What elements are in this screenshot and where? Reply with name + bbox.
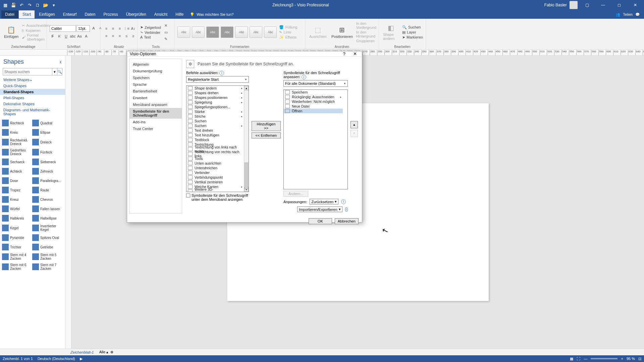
list-item[interactable]: Spiegelungsoptionen... (186, 105, 244, 109)
comments-icon[interactable]: 💬 (635, 12, 640, 17)
ribbon-options-icon[interactable]: ▢ (580, 0, 594, 10)
list-item[interactable]: Weitere 3D-Abschrägungsoption... (186, 189, 244, 192)
qat-commands-list[interactable]: SpeichernRückgängig: Ausschneiden▸Wieder… (283, 89, 348, 189)
shape-styles-gallery[interactable]: Abc Abc Abc Abc Abc Abc Abc (177, 26, 277, 38)
bold-icon[interactable]: F (50, 33, 56, 39)
info-icon[interactable]: i (341, 199, 346, 204)
shape-item[interactable]: Kegel (1, 223, 32, 233)
tab-entwurf[interactable]: Entwurf (59, 10, 80, 18)
save-icon[interactable]: 💾 (10, 2, 17, 8)
list-item[interactable]: Shapes positionieren▸ (186, 95, 244, 100)
style-5[interactable]: Abc (235, 26, 248, 38)
shape-item[interactable]: Kreis (1, 128, 32, 137)
ok-button[interactable]: OK (309, 218, 332, 224)
macro-icon[interactable]: ▶ (80, 357, 83, 361)
sheet-all[interactable]: Alle ▴ (99, 350, 108, 354)
effects-button[interactable]: ✨Effekte (279, 35, 297, 40)
find-button[interactable]: 🔍Suchen (402, 25, 423, 29)
avatar[interactable] (570, 1, 578, 9)
dialog-close-icon[interactable]: ✕ (351, 51, 359, 56)
shapes-cat[interactable]: Dekorative Shapes (0, 101, 65, 107)
layer-button[interactable]: ▤Layer (402, 30, 423, 35)
list-item[interactable]: Shapes drehen▸ (186, 90, 244, 95)
list-item[interactable]: Speichern (284, 90, 343, 95)
position-button[interactable]: ⊞Positionieren (330, 25, 354, 39)
xtool-icon[interactable]: ✕ (163, 22, 169, 28)
shape-item[interactable]: Rechteck (1, 118, 32, 128)
select-button[interactable]: ➤Markieren (402, 35, 423, 40)
shape-item[interactable]: Fallen lassen (32, 204, 62, 214)
indent-inc-icon[interactable]: ≥ (130, 33, 136, 39)
grow-font-icon[interactable]: A (91, 25, 97, 31)
dialog-nav-item[interactable]: Menüband anpassen (129, 101, 182, 108)
line-button[interactable]: ✎Linie (279, 30, 297, 35)
share-button[interactable]: Teilen (623, 12, 633, 16)
dialog-nav-item[interactable]: Speichern (129, 74, 182, 81)
underline-icon[interactable]: U (63, 33, 69, 39)
dialog-nav-item[interactable]: Add-Ins (129, 119, 182, 125)
list-item[interactable]: Text drehen (186, 128, 244, 133)
minimize-icon[interactable]: — (596, 0, 610, 10)
sheet-add-icon[interactable]: ⊕ (110, 350, 113, 354)
dialog-nav-item[interactable]: Symbolleiste für den Schnellzugriff (129, 108, 182, 119)
strike-icon[interactable]: abc (70, 33, 76, 39)
fit-page-icon[interactable]: ⊡ (638, 357, 641, 361)
shape-item[interactable]: Getriebe (32, 242, 62, 252)
status-lang[interactable]: Deutsch (Deutschland) (38, 357, 75, 361)
bring-front-button[interactable]: In den Vordergrund (356, 21, 377, 29)
dialog-nav-item[interactable]: Barrierefreiheit (129, 88, 182, 95)
textdir-icon[interactable]: A↕ (130, 25, 136, 32)
tab-hilfe[interactable]: Hilfe (172, 10, 187, 18)
shapes-search-input[interactable] (3, 68, 52, 75)
cancel-button[interactable]: Abbrechen (335, 218, 359, 224)
qat-more-icon[interactable]: ▾ (50, 2, 57, 8)
indent-dec-icon[interactable]: ≤ (123, 33, 129, 39)
shape-item[interactable]: Dose (1, 176, 32, 185)
zoom-value[interactable]: 95 % (627, 357, 635, 361)
style-7[interactable]: Abc (264, 26, 277, 38)
shape-item[interactable]: Zehneck (32, 167, 62, 176)
shapes-cat[interactable]: Weitere Shapes ▸ (0, 77, 65, 83)
shape-item[interactable]: Raute (32, 185, 62, 195)
shape-item[interactable]: Trichter (1, 242, 32, 252)
font-name-combo[interactable]: Calibri (50, 25, 76, 32)
info-icon[interactable]: i (302, 75, 306, 79)
dialog-nav-item[interactable]: Sprache (129, 81, 182, 88)
search-go-icon[interactable]: 🔍 (57, 68, 62, 75)
move-up-button[interactable]: ▲ (351, 121, 358, 128)
tab-prozess[interactable]: Prozess (100, 10, 121, 18)
align-top-icon[interactable]: ≡ (103, 25, 109, 32)
user-name[interactable]: Fabio Basler (544, 3, 567, 7)
dialog-help-icon[interactable]: ? (340, 51, 348, 56)
collapse-icon[interactable]: ‹ (60, 58, 62, 65)
shape-item[interactable]: Spitzes Oval (32, 233, 62, 242)
list-item[interactable]: Unterstreichen (186, 166, 244, 170)
close-icon[interactable]: ✕ (629, 0, 642, 10)
shapes-cat[interactable]: Quick-Shapes (0, 83, 65, 89)
zoom-slider[interactable] (591, 358, 618, 359)
style-3[interactable]: Abc (206, 26, 219, 38)
pointer-tool[interactable]: ➤Zeigertool (140, 25, 161, 29)
shape-item[interactable]: Fünfeck (32, 147, 62, 157)
shape-item[interactable]: Pyramide (1, 233, 32, 242)
tab-daten[interactable]: Daten (81, 10, 99, 18)
bullets-icon[interactable]: ⋮≡ (123, 25, 129, 32)
shape-item[interactable]: Ellipse (32, 128, 62, 137)
send-back-button[interactable]: In den Hintergrund (356, 30, 377, 38)
tab-einfuegen[interactable]: Einfügen (35, 10, 58, 18)
view-fit-icon[interactable]: ⛶ (577, 357, 580, 361)
shape-item[interactable]: Achteck (1, 167, 32, 176)
shape-item[interactable]: Stern mit 6 Zacken (1, 262, 32, 272)
shape-item[interactable]: Quadrat (32, 118, 62, 128)
rect-tool-icon[interactable]: ▭ (163, 29, 169, 35)
cut-button[interactable]: ✂Ausschneiden (22, 23, 49, 28)
available-commands-list[interactable]: Shape ändern▸Shapes drehen▸Shapes positi… (186, 85, 249, 192)
redo-icon[interactable]: ↷ (26, 2, 33, 8)
list-item[interactable]: Öffnen (284, 109, 343, 113)
undo-icon[interactable]: ↶ (18, 2, 25, 8)
align-bot-icon[interactable]: ≡ (117, 25, 123, 32)
maximize-icon[interactable]: ◻ (612, 0, 626, 10)
group-button[interactable]: Gruppieren (356, 39, 377, 43)
shape-item[interactable]: Gedrehtes Dreieck (1, 147, 32, 157)
tab-start[interactable]: Start (19, 10, 35, 18)
